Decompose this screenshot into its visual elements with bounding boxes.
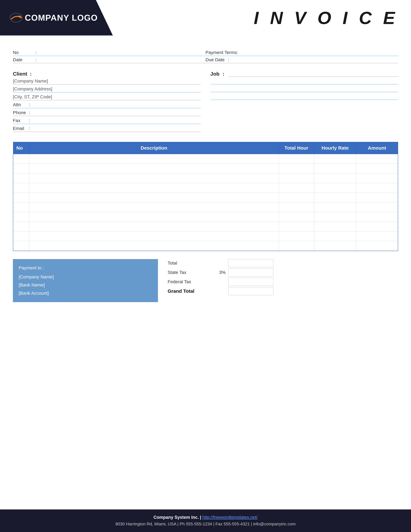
logo-icon <box>10 13 23 23</box>
payment-bank[interactable]: [Bank Name] <box>19 281 152 289</box>
grand-total-value[interactable] <box>228 287 273 295</box>
table-cell[interactable] <box>356 183 398 193</box>
grand-total-label: Grand Total <box>168 288 216 294</box>
payment-account[interactable]: [Bank Account] <box>19 289 152 297</box>
table-cell[interactable] <box>13 173 29 183</box>
company-name-field[interactable]: [Company Name] <box>13 78 201 85</box>
date-label: Date <box>13 57 36 62</box>
table-cell[interactable] <box>29 231 279 241</box>
table-cell[interactable] <box>356 193 398 202</box>
job-header-row: Job : <box>210 71 398 77</box>
table-cell[interactable] <box>314 183 356 193</box>
table-cell[interactable] <box>314 222 356 231</box>
email-label: Email <box>13 126 29 131</box>
federal-tax-value[interactable] <box>228 278 273 286</box>
table-cell[interactable] <box>29 154 279 164</box>
job-line-2[interactable] <box>210 78 398 84</box>
table-cell[interactable] <box>314 164 356 173</box>
job-line-4[interactable] <box>210 94 398 100</box>
due-date-colon: : <box>228 57 229 62</box>
col-amount: Amount <box>356 142 398 154</box>
logo-wrap: COMPANY LOGO <box>10 13 98 23</box>
table-cell[interactable] <box>356 231 398 241</box>
content-area: No : Date : Payment Terms : Due Date : <box>0 36 411 302</box>
table-cell[interactable] <box>13 164 29 173</box>
table-cell[interactable] <box>279 164 314 173</box>
table-cell[interactable] <box>13 241 29 251</box>
table-cell[interactable] <box>279 202 314 212</box>
job-first-line[interactable] <box>229 71 398 77</box>
table-cell[interactable] <box>279 231 314 241</box>
table-cell[interactable] <box>29 222 279 231</box>
table-row <box>13 154 398 164</box>
table-cell[interactable] <box>13 183 29 193</box>
table-cell[interactable] <box>356 154 398 164</box>
footer-link[interactable]: http://freewordtemplates.net/ <box>202 515 257 520</box>
payment-company[interactable]: [Company Name] <box>19 273 152 281</box>
company-address-field[interactable]: [Company Address] <box>13 86 201 92</box>
table-cell[interactable] <box>314 154 356 164</box>
state-tax-row: State Tax 3% <box>168 268 398 276</box>
total-value[interactable] <box>228 259 273 267</box>
table-cell[interactable] <box>356 202 398 212</box>
table-cell[interactable] <box>314 241 356 251</box>
table-cell[interactable] <box>356 241 398 251</box>
col-total-hour: Total Hour <box>279 142 314 154</box>
due-date-label: Due Date <box>206 57 228 62</box>
table-cell[interactable] <box>13 202 29 212</box>
payment-box: Payment to : [Company Name] [Bank Name] … <box>13 259 158 302</box>
table-cell[interactable] <box>279 212 314 222</box>
grand-total-row: Grand Total <box>168 287 398 295</box>
table-row <box>13 222 398 231</box>
job-label: Job <box>210 71 220 77</box>
payment-terms-label: Payment Terms <box>206 50 237 55</box>
city-zip-field[interactable]: [City, ST, ZIP Code] <box>13 94 201 100</box>
table-cell[interactable] <box>356 164 398 173</box>
email-row: Email : <box>13 126 201 132</box>
table-cell[interactable] <box>356 212 398 222</box>
job-line-3[interactable] <box>210 86 398 92</box>
table-cell[interactable] <box>29 212 279 222</box>
top-fields-left: No : Date : <box>13 50 206 65</box>
invoice-table: No Description Total Hour Hourly Rate Am… <box>13 142 398 251</box>
fax-row: Fax : <box>13 118 201 124</box>
table-cell[interactable] <box>314 193 356 202</box>
table-cell[interactable] <box>13 231 29 241</box>
invoice-title-area: I N V O I C E <box>113 0 411 36</box>
federal-tax-label: Federal Tax <box>168 279 216 284</box>
table-cell[interactable] <box>356 173 398 183</box>
top-fields-right: Payment Terms : Due Date : <box>206 50 398 65</box>
state-tax-value[interactable] <box>228 268 273 276</box>
table-cell[interactable] <box>29 241 279 251</box>
table-cell[interactable] <box>279 154 314 164</box>
client-job-section: Client : [Company Name] [Company Address… <box>13 71 398 134</box>
table-cell[interactable] <box>13 212 29 222</box>
table-row <box>13 164 398 173</box>
table-row <box>13 241 398 251</box>
table-cell[interactable] <box>13 193 29 202</box>
footer-company: Company System Inc. | <box>153 515 202 520</box>
table-row <box>13 212 398 222</box>
table-cell[interactable] <box>314 202 356 212</box>
table-cell[interactable] <box>29 183 279 193</box>
table-cell[interactable] <box>314 173 356 183</box>
table-cell[interactable] <box>279 173 314 183</box>
table-cell[interactable] <box>314 212 356 222</box>
top-fields: No : Date : Payment Terms : Due Date : <box>13 50 398 65</box>
table-cell[interactable] <box>29 202 279 212</box>
table-cell[interactable] <box>13 154 29 164</box>
table-cell[interactable] <box>314 231 356 241</box>
table-cell[interactable] <box>29 164 279 173</box>
due-date-row: Due Date : <box>206 57 398 63</box>
table-cell[interactable] <box>13 222 29 231</box>
client-header-row: Client : <box>13 71 201 77</box>
fax-colon: : <box>29 118 30 123</box>
table-cell[interactable] <box>356 222 398 231</box>
table-cell[interactable] <box>279 222 314 231</box>
table-cell[interactable] <box>29 173 279 183</box>
table-cell[interactable] <box>279 241 314 251</box>
table-cell[interactable] <box>279 183 314 193</box>
table-cell[interactable] <box>29 193 279 202</box>
table-cell[interactable] <box>279 193 314 202</box>
client-label: Client <box>13 71 28 77</box>
